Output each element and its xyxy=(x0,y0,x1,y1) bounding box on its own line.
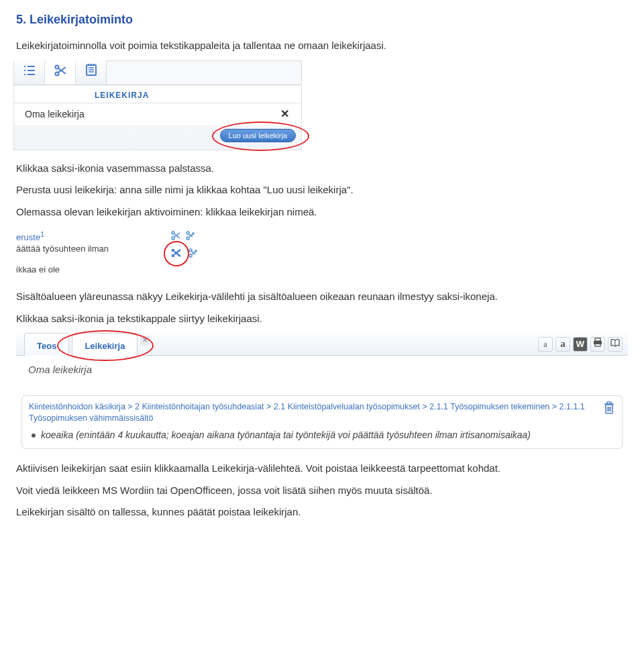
content-fragment: eruste1 äättää työsuhteen ilman ikkaa ei… xyxy=(16,226,305,281)
notepad-icon xyxy=(85,63,97,81)
frag-line1: eruste xyxy=(16,232,40,242)
leikekirja-view: Teos Leikekirja ✕ a a W Oma leikekirja K… xyxy=(16,333,628,449)
create-scrapbook-button[interactable]: Luo uusi leikekirja xyxy=(220,129,296,142)
button-row: Luo uusi leikekirja xyxy=(14,125,301,147)
intro-paragraph: Leikekirjatoiminnolla voit poimia teksti… xyxy=(16,38,628,54)
highlight-annotation-2: Leikekirja xyxy=(69,333,138,356)
svg-point-29 xyxy=(189,249,192,252)
svg-point-18 xyxy=(172,237,174,240)
svg-rect-35 xyxy=(595,338,600,341)
paragraph-2: Klikkaa saksi-ikonia vasemmassa palstass… xyxy=(16,161,628,176)
delete-clip-button[interactable] xyxy=(603,401,615,415)
scissors-icon xyxy=(54,64,67,82)
paragraph-5: Sisältöalueen yläreunassa näkyy Leikekir… xyxy=(16,289,628,305)
section-title: 5. Leikekirjatoiminto xyxy=(16,11,628,29)
svg-point-6 xyxy=(55,72,58,76)
paragraph-7: Aktiivisen leikekirjan saat esiin klikka… xyxy=(16,461,628,476)
clear-input-button[interactable]: ✕ xyxy=(275,106,294,122)
print-button[interactable] xyxy=(590,337,605,352)
highlight-annotation: Luo uusi leikekirja xyxy=(220,127,296,143)
trash-icon xyxy=(603,407,615,417)
tab-leikekirja[interactable]: Leikekirja xyxy=(72,333,138,356)
svg-point-21 xyxy=(186,232,189,234)
list-icon xyxy=(23,64,36,81)
name-input-row: ✕ xyxy=(14,103,301,125)
scissors-tab[interactable] xyxy=(45,60,76,85)
panel-heading: LEIKEKIRJA xyxy=(14,85,301,103)
fragment-text: eruste1 äättää työsuhteen ilman ikkaa ei… xyxy=(16,230,137,276)
panel-tabstrip xyxy=(14,61,301,85)
print-icon xyxy=(593,338,602,350)
frag-line3: ikkaa ei ole xyxy=(16,264,137,276)
mini-add-icon-2[interactable] xyxy=(188,248,199,258)
svg-point-28 xyxy=(172,254,175,258)
scrapbook-subtitle: Oma leikekirja xyxy=(16,356,628,395)
mini-scissors-icon[interactable] xyxy=(170,230,181,241)
svg-point-27 xyxy=(172,249,175,252)
book-button[interactable] xyxy=(608,337,623,352)
paragraph-8: Voit viedä leikkeen MS Wordiin tai OpenO… xyxy=(16,483,628,499)
clip-card: Kiinteistönhoidon käsikirja > 2 Kiinteis… xyxy=(21,395,623,450)
scrapbook-name-input[interactable] xyxy=(21,107,275,121)
svg-rect-37 xyxy=(595,344,600,346)
svg-point-7 xyxy=(55,66,58,69)
leikekirja-panel: LEIKEKIRJA ✕ Luo uusi leikekirja xyxy=(13,60,302,150)
bullet-dot xyxy=(32,434,36,438)
book-icon xyxy=(610,338,620,350)
svg-point-30 xyxy=(189,254,192,257)
notepad-tab[interactable] xyxy=(76,60,107,85)
export-word-button[interactable]: W xyxy=(573,337,588,352)
svg-rect-44 xyxy=(607,402,611,404)
main-scissors-icon[interactable] xyxy=(170,248,181,258)
font-smaller-button[interactable]: a xyxy=(538,337,553,352)
clip-bullet: koeaika (enintään 4 kuukautta; koeajan a… xyxy=(29,425,615,442)
tab-teos[interactable]: Teos xyxy=(24,333,69,356)
frag-line2: äättää työsuhteen ilman xyxy=(16,244,137,255)
tab-close-button[interactable]: ✕ xyxy=(140,336,150,345)
paragraph-6: Klikkaa saksi-ikonia ja tekstikappale si… xyxy=(16,311,628,327)
svg-point-17 xyxy=(172,232,174,234)
clip-bullet-text: koeaika (enintään 4 kuukautta; koeajan a… xyxy=(41,429,531,442)
paragraph-4: Olemassa olevan leikekirjan aktivoiminen… xyxy=(16,205,628,220)
frag-sup: 1 xyxy=(40,231,44,238)
paragraph-3: Perusta uusi leikekirja: anna sille nimi… xyxy=(16,183,628,198)
breadcrumb-text: Kiinteistönhoidon käsikirja > 2 Kiinteis… xyxy=(29,402,585,423)
paragraph-9: Leikekirjan sisältö on tallessa, kunnes … xyxy=(16,505,628,520)
font-larger-button[interactable]: a xyxy=(555,337,570,352)
list-tab[interactable] xyxy=(14,60,45,85)
clip-breadcrumb: Kiinteistönhoidon käsikirja > 2 Kiinteis… xyxy=(29,401,615,425)
view-tabstrip: Teos Leikekirja ✕ a a W xyxy=(16,333,628,356)
clip-icons-column xyxy=(170,230,199,258)
mini-add-icon[interactable] xyxy=(185,230,196,241)
svg-point-22 xyxy=(186,237,189,240)
